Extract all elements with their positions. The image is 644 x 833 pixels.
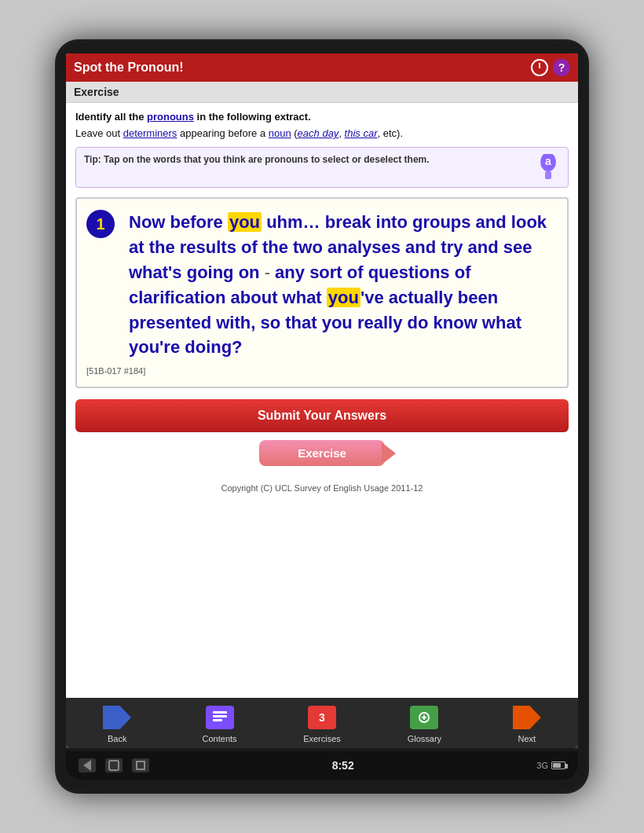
battery-fill	[553, 763, 561, 768]
instruction-line2: Leave out determiners appearing before a…	[75, 127, 569, 139]
back-icon-wrap	[102, 703, 132, 732]
back-icon	[103, 706, 131, 729]
noun-link[interactable]: noun	[269, 127, 291, 139]
battery-icon	[551, 761, 565, 769]
recents-sys-button[interactable]	[132, 758, 149, 772]
exercises-label: Exercises	[303, 734, 341, 743]
nav-glossary[interactable]: Glossary	[401, 703, 448, 743]
title-bar: Spot the Pronoun! ?	[66, 53, 578, 82]
copyright-text: Copyright (C) UCL Survey of English Usag…	[75, 483, 569, 493]
nav-next[interactable]: Next	[503, 703, 551, 743]
sys-left-buttons	[79, 758, 149, 772]
tip-icon: a	[536, 154, 560, 181]
signal-label: 3G	[536, 761, 548, 770]
app-title: Spot the Pronoun!	[74, 61, 184, 75]
svg-rect-1	[545, 171, 551, 179]
recents-square-icon	[136, 761, 145, 770]
determiners-link[interactable]: determiners	[123, 127, 177, 139]
tip-label: Tip:	[84, 154, 101, 165]
word-you-1[interactable]: you	[228, 212, 262, 232]
clock-icon	[531, 59, 548, 76]
next-icon-wrap	[512, 703, 542, 732]
next-icon	[513, 706, 541, 729]
word-you-2[interactable]: you	[327, 288, 360, 307]
this-car-link[interactable]: this car	[345, 127, 378, 139]
svg-rect-5	[213, 719, 222, 721]
svg-rect-3	[213, 711, 227, 714]
section-header: Exercise	[66, 82, 578, 103]
tip-box: Tip: Tap on the words that you think are…	[75, 147, 569, 188]
contents-icon	[206, 706, 234, 729]
device-frame: Spot the Pronoun! ? Exercise Identify al…	[55, 39, 589, 794]
content-area: Identify all the pronouns in the followi…	[66, 103, 578, 698]
each-day-link[interactable]: each day	[298, 127, 339, 139]
glossary-label: Glossary	[408, 734, 441, 743]
svg-text:3: 3	[319, 711, 325, 724]
bottom-nav: Back Contents 3 Exercises	[66, 698, 578, 748]
back-triangle-icon	[83, 760, 91, 771]
exercise-number: 1	[86, 210, 115, 238]
home-sys-button[interactable]	[105, 758, 123, 772]
back-sys-button[interactable]	[79, 758, 96, 772]
instruction-line1: Identify all the pronouns in the followi…	[75, 111, 569, 123]
nav-exercises[interactable]: 3 Exercises	[298, 703, 346, 743]
home-square-icon	[108, 760, 119, 771]
contents-label: Contents	[203, 734, 237, 743]
system-bar: 8:52 3G	[66, 751, 578, 780]
source-reference: [51B-017 #184]	[86, 366, 558, 376]
exercise-next-button[interactable]: Exercise	[259, 440, 385, 466]
back-label: Back	[108, 734, 126, 743]
svg-text:a: a	[545, 155, 551, 167]
exercise-box: 1 Now before you uhm… break into groups …	[75, 197, 569, 388]
tip-text: Tip: Tap on the words that you think are…	[84, 154, 530, 165]
contents-icon-wrap	[205, 703, 235, 732]
system-time: 8:52	[332, 759, 354, 772]
sys-indicators: 3G	[536, 761, 565, 770]
help-icon[interactable]: ?	[553, 59, 570, 76]
exercises-icon: 3	[308, 706, 336, 729]
exercises-icon-wrap: 3	[307, 703, 337, 732]
glossary-icon-wrap	[409, 703, 439, 732]
exercise-text: Now before you uhm… break into groups an…	[129, 210, 558, 360]
submit-answers-button[interactable]: Submit Your Answers	[75, 399, 569, 432]
arrow-icon	[382, 442, 396, 464]
screen: Spot the Pronoun! ? Exercise Identify al…	[66, 53, 578, 748]
nav-contents[interactable]: Contents	[196, 703, 243, 743]
nav-back[interactable]: Back	[93, 703, 141, 743]
pronouns-link[interactable]: pronouns	[147, 111, 194, 123]
glossary-icon	[410, 706, 438, 729]
title-icons: ?	[531, 59, 570, 76]
next-label: Next	[518, 734, 536, 743]
svg-rect-4	[213, 715, 227, 717]
